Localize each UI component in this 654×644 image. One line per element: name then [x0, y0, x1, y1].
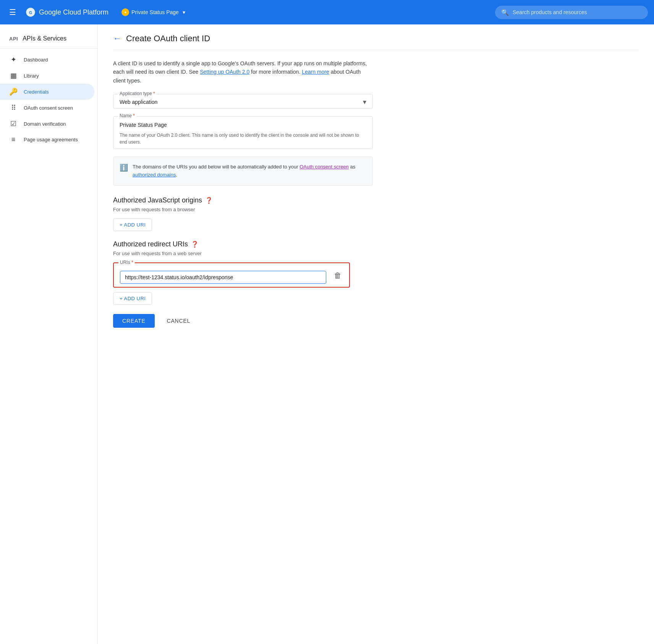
- redirect-uris-title: Authorized redirect URIs ❓: [113, 240, 373, 248]
- app-type-select[interactable]: Web application Android Chrome App iOS T…: [120, 99, 366, 105]
- search-bar[interactable]: 🔍: [495, 6, 648, 19]
- authorized-domains-link[interactable]: authorized domains: [133, 172, 176, 178]
- uri-delete-button[interactable]: 🗑: [332, 270, 343, 282]
- search-icon: 🔍: [501, 9, 509, 16]
- sidebar-label-domain-verification: Domain verification: [24, 121, 66, 127]
- add-uri-label-2: + ADD URI: [120, 296, 146, 301]
- top-navigation: ☰ G Google Cloud Platform ✦ Private Stat…: [0, 0, 654, 24]
- description-text-2: for more information.: [249, 69, 302, 75]
- learn-more-link[interactable]: Learn more: [302, 69, 329, 75]
- page-title: Create OAuth client ID: [126, 34, 210, 44]
- redirect-uris-subtitle: For use with requests from a web server: [113, 251, 373, 256]
- sidebar-title: APIs & Services: [23, 35, 66, 42]
- uri-input[interactable]: [120, 271, 326, 284]
- project-name: Private Status Page: [131, 9, 179, 15]
- svg-text:G: G: [29, 10, 32, 15]
- search-input[interactable]: [513, 9, 642, 15]
- sidebar-label-page-usage: Page usage agreements: [24, 137, 78, 142]
- sidebar-label-oauth-consent: OAuth consent screen: [24, 105, 73, 111]
- info-box: ℹ️ The domains of the URIs you add below…: [113, 157, 373, 186]
- info-text-2: as: [349, 164, 355, 170]
- redirect-uris-help-icon[interactable]: ❓: [191, 241, 199, 248]
- name-field: Name * The name of your OAuth 2.0 client…: [113, 116, 373, 149]
- sidebar-header: API APIs & Services: [0, 31, 97, 49]
- sidebar-item-credentials[interactable]: 🔑 Credentials: [0, 84, 94, 100]
- info-circle-icon: ℹ️: [120, 163, 128, 179]
- js-origins-section: Authorized JavaScript origins ❓ For use …: [113, 196, 373, 231]
- sidebar-item-oauth-consent[interactable]: ⠿ OAuth consent screen: [0, 100, 94, 116]
- sidebar-label-library: Library: [24, 73, 39, 79]
- name-label: Name *: [118, 113, 136, 118]
- info-text-3: .: [176, 172, 177, 178]
- js-origins-subtitle: For use with requests from a browser: [113, 207, 373, 212]
- info-box-text: The domains of the URIs you add below wi…: [133, 163, 366, 179]
- api-badge: API: [9, 36, 18, 42]
- credentials-icon: 🔑: [9, 87, 18, 96]
- gcp-logo-icon: G: [25, 7, 36, 18]
- back-button[interactable]: ←: [113, 34, 121, 44]
- app-type-label: Application type *: [118, 91, 157, 96]
- hamburger-menu[interactable]: ☰: [6, 5, 19, 20]
- info-text-1: The domains of the URIs you add below wi…: [133, 164, 299, 170]
- page-description: A client ID is used to identify a single…: [113, 59, 373, 85]
- create-button[interactable]: CREATE: [113, 314, 155, 328]
- redirect-uris-section: Authorized redirect URIs ❓ For use with …: [113, 240, 373, 305]
- page-header: ← Create OAuth client ID: [113, 34, 639, 50]
- brand-logo-area: G Google Cloud Platform: [25, 7, 108, 18]
- project-dropdown-icon: ▾: [183, 9, 185, 15]
- name-input[interactable]: [120, 121, 366, 129]
- sidebar-item-domain-verification[interactable]: ☑ Domain verification: [0, 116, 94, 132]
- js-origins-title: Authorized JavaScript origins ❓: [113, 196, 373, 204]
- project-icon: ✦: [121, 8, 129, 16]
- project-selector[interactable]: ✦ Private Status Page ▾: [118, 6, 189, 18]
- uris-field-label: URIs *: [118, 260, 135, 265]
- action-buttons: CREATE CANCEL: [113, 314, 373, 328]
- page-usage-icon: ≡: [9, 136, 18, 144]
- sidebar-label-dashboard: Dashboard: [24, 57, 48, 63]
- brand-name: Google Cloud Platform: [39, 8, 108, 16]
- sidebar: API APIs & Services ✦ Dashboard ▦ Librar…: [0, 24, 98, 644]
- uri-field-wrapper: URIs * 🗑: [113, 262, 350, 288]
- create-oauth-form: Application type * Web application Andro…: [113, 94, 373, 328]
- js-origins-help-icon[interactable]: ❓: [205, 197, 213, 204]
- oauth-consent-icon: ⠿: [9, 104, 18, 112]
- uri-input-container: [120, 268, 326, 284]
- add-uri-label-1: + ADD URI: [120, 222, 146, 228]
- sidebar-item-page-usage[interactable]: ≡ Page usage agreements: [0, 132, 94, 147]
- library-icon: ▦: [9, 71, 18, 80]
- oauth-consent-link[interactable]: OAuth consent screen: [299, 164, 349, 170]
- oauth-setup-link[interactable]: Setting up OAuth 2.0: [200, 69, 249, 75]
- cancel-button[interactable]: CANCEL: [161, 314, 197, 328]
- add-uri-button-redirect[interactable]: + ADD URI: [113, 292, 152, 305]
- app-type-select-wrapper: Web application Android Chrome App iOS T…: [120, 99, 366, 105]
- domain-verification-icon: ☑: [9, 120, 18, 128]
- sidebar-label-credentials: Credentials: [24, 89, 49, 95]
- add-uri-button-js[interactable]: + ADD URI: [113, 218, 152, 231]
- app-type-field: Application type * Web application Andro…: [113, 94, 373, 108]
- dashboard-icon: ✦: [9, 55, 18, 64]
- main-content: ← Create OAuth client ID A client ID is …: [98, 24, 654, 644]
- main-layout: API APIs & Services ✦ Dashboard ▦ Librar…: [0, 24, 654, 644]
- name-hint: The name of your OAuth 2.0 client. This …: [120, 132, 366, 146]
- sidebar-item-library[interactable]: ▦ Library: [0, 68, 94, 84]
- sidebar-item-dashboard[interactable]: ✦ Dashboard: [0, 52, 94, 68]
